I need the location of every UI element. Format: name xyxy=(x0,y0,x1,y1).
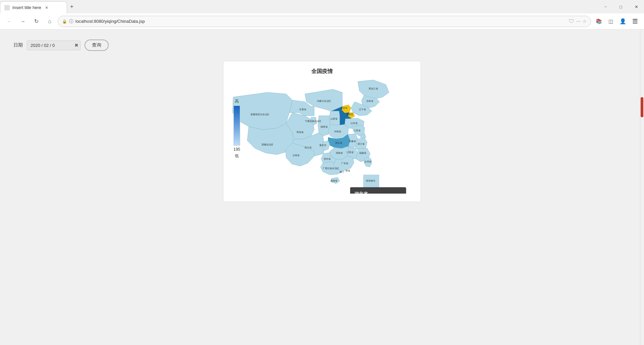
account-button[interactable]: 👤 xyxy=(618,16,628,26)
legend-bar xyxy=(233,106,240,146)
bookmark-star-icon[interactable]: ☆ xyxy=(583,19,587,24)
label-ningxia: 宁夏回族自治区 xyxy=(305,120,321,123)
window-controls: － □ ✕ xyxy=(598,0,644,13)
china-map-svg: 新疆维吾尔自治区 西藏自治区 青海省 内蒙古自治区 黑龙江省 吉林省 辽宁省 北… xyxy=(230,78,414,194)
query-button[interactable]: 查询 xyxy=(85,40,109,51)
scrollbar[interactable] xyxy=(640,29,644,345)
reload-button[interactable]: ↻ xyxy=(31,16,42,27)
legend: 高 195 低 xyxy=(233,98,240,159)
label-sichuan: 四川省 xyxy=(305,146,312,149)
label-beijing: 北京市 xyxy=(340,107,347,110)
menu-button[interactable]: ☰ xyxy=(630,16,640,26)
label-jilin: 吉林省 xyxy=(366,99,373,102)
active-tab[interactable]: Insert title here ✕ xyxy=(0,1,67,13)
label-hunan: 湖南省 xyxy=(336,151,343,154)
shield-icon: 🛡 xyxy=(569,18,574,24)
close-button[interactable]: ✕ xyxy=(629,0,644,13)
tab-bar: Insert title here ✕ + xyxy=(0,0,644,13)
label-jiangxi: 江西省 xyxy=(346,151,354,154)
minimize-button[interactable]: － xyxy=(598,0,613,13)
map-title: 全国疫情 xyxy=(230,68,414,75)
scrollbar-thumb[interactable] xyxy=(641,97,643,117)
label-hongkong: 香港 xyxy=(345,169,350,172)
label-hainan: 海南省 xyxy=(330,179,337,182)
reload-icon: ↻ xyxy=(34,18,39,24)
label-yunnan: 云南省 xyxy=(292,154,300,157)
label-heilongjiang: 黑龙江省 xyxy=(369,87,378,90)
label-chongqing: 重庆市 xyxy=(319,144,326,147)
legend-low-label: 低 xyxy=(235,153,239,159)
forward-button[interactable]: → xyxy=(17,16,28,27)
label-gansu: 甘肃省 xyxy=(299,108,306,111)
bookmarks-icon: 📚 xyxy=(596,18,602,24)
label-guizhou: 贵州省 xyxy=(324,157,331,160)
label-shanxi: 山西省 xyxy=(330,117,337,120)
province-xinjiang[interactable] xyxy=(232,92,292,130)
address-text: localhost:8080/yiqing/ChinaData.jsp xyxy=(75,19,567,24)
synced-tabs-icon: ◫ xyxy=(608,18,613,24)
label-zhejiang: 浙江省 xyxy=(358,142,365,145)
tab-favicon xyxy=(4,5,10,10)
synced-tabs-button[interactable]: ◫ xyxy=(606,16,616,26)
label-tianjin: 天津市 xyxy=(346,113,353,116)
back-icon: ← xyxy=(7,18,12,24)
date-label: 日期 xyxy=(13,42,23,48)
province-tooltip: 河北省 确诊人数：195 死亡人数：1 治愈人数：28 疑似患者数： xyxy=(350,187,406,194)
bookmarks-button[interactable]: 📚 xyxy=(594,16,604,26)
label-south-sea: 南海诸岛 xyxy=(366,179,375,182)
label-fujian: 福建省 xyxy=(359,151,366,154)
date-input[interactable] xyxy=(27,41,80,50)
label-tibet: 西藏自治区 xyxy=(262,143,273,146)
map-container: 全国疫情 高 195 低 xyxy=(223,61,421,202)
nav-right: 📚 ◫ 👤 ☰ xyxy=(594,16,640,26)
province-heilongjiang[interactable] xyxy=(358,80,389,100)
label-inner-mongolia: 内蒙古自治区 xyxy=(317,99,331,102)
tooltip-province-name: 河北省 xyxy=(355,190,402,193)
label-jiangsu: 江苏省 xyxy=(354,129,361,132)
label-qinghai: 青海省 xyxy=(297,131,304,134)
label-anhui: 安徽省 xyxy=(349,140,356,143)
security-icon: 🔒 xyxy=(62,19,67,24)
navbar: ← → ↻ ⌂ 🔒 ⓘ localhost:8080/yiqing/ChinaD… xyxy=(0,13,644,29)
more-actions-icon: ⋯ xyxy=(576,19,581,24)
label-hubei: 湖北省 xyxy=(335,141,342,144)
date-clear-button[interactable]: ✖ xyxy=(74,43,78,48)
back-button[interactable]: ← xyxy=(4,16,15,27)
label-shandong: 山东省 xyxy=(351,122,358,125)
legend-value: 195 xyxy=(233,147,240,152)
label-taiwan: 台湾省 xyxy=(364,160,371,163)
page-content: 日期 ✖ 查询 全国疫情 高 195 低 xyxy=(0,29,644,345)
legend-high-label: 高 xyxy=(235,98,239,104)
menu-icon: ☰ xyxy=(632,18,638,25)
info-icon: ⓘ xyxy=(69,18,73,24)
filter-row: 日期 ✖ 查询 xyxy=(13,40,631,51)
label-liaoning: 辽宁省 xyxy=(359,108,366,111)
date-input-wrapper: ✖ xyxy=(27,41,80,50)
maximize-button[interactable]: □ xyxy=(613,0,629,13)
home-icon: ⌂ xyxy=(48,18,51,24)
new-tab-button[interactable]: + xyxy=(67,2,76,11)
forward-icon: → xyxy=(20,18,25,24)
account-icon: 👤 xyxy=(620,18,626,24)
label-guangxi: 广西壮族自治区 xyxy=(323,167,339,170)
label-henan: 河南省 xyxy=(334,130,341,133)
tab-title: Insert title here xyxy=(12,5,41,10)
label-macau: 澳门 xyxy=(339,170,344,174)
label-guangdong: 广东省 xyxy=(341,162,348,165)
label-xinjiang: 新疆维吾尔自治区 xyxy=(251,113,269,116)
tab-close-button[interactable]: ✕ xyxy=(44,5,49,10)
home-button[interactable]: ⌂ xyxy=(44,16,55,27)
map-area: 高 195 低 xyxy=(230,78,414,195)
label-shaanxi: 陕西省 xyxy=(321,125,328,128)
address-bar[interactable]: 🔒 ⓘ localhost:8080/yiqing/ChinaData.jsp … xyxy=(58,16,591,27)
clear-icon: ✖ xyxy=(74,43,78,48)
